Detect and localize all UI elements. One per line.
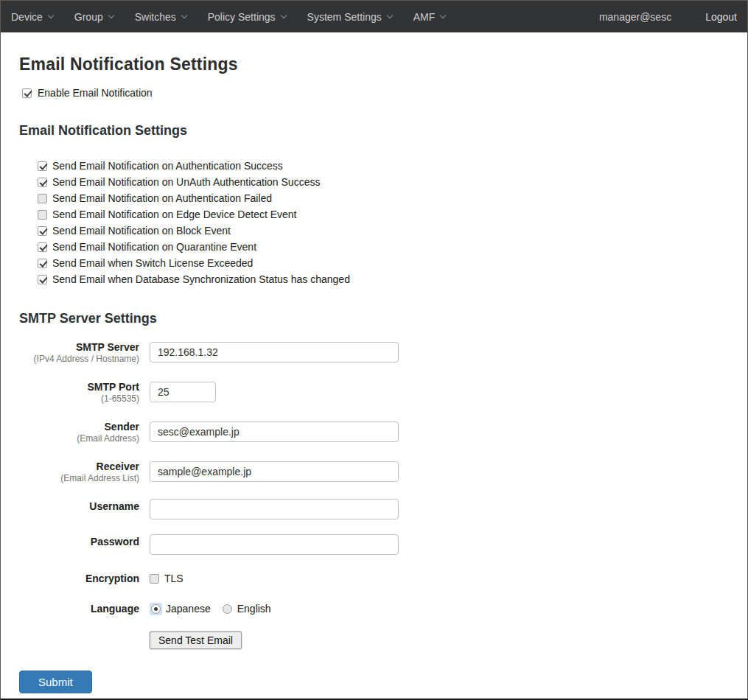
checkbox-label: Send Email Notification on Authenticatio… — [52, 192, 272, 204]
option-auth-success[interactable]: Send Email Notification on Authenticatio… — [38, 158, 729, 174]
submit-button[interactable]: Submit — [19, 671, 92, 693]
page-title: Email Notification Settings — [19, 55, 729, 74]
send-test-email-button[interactable]: Send Test Email — [150, 631, 242, 649]
field-label: Username — [19, 499, 139, 519]
field-sublabel-text: (Email Address List) — [19, 473, 139, 484]
form-row-smtp-server: SMTP Server (IPv4 Address / Hostname) — [19, 340, 729, 365]
field-label: Encryption — [19, 571, 139, 585]
option-auth-failed[interactable]: Send Email Notification on Authenticatio… — [38, 190, 729, 206]
radio-focus-halo — [150, 603, 162, 615]
option-switch-license-exceeded[interactable]: Send Email when Switch License Exceeded — [38, 255, 729, 271]
checkbox[interactable] — [38, 226, 47, 236]
field-label: Password — [19, 534, 139, 555]
field-label-text: SMTP Port — [19, 381, 139, 393]
nav-item-group[interactable]: Group — [74, 11, 113, 23]
nav-item-label: System Settings — [307, 11, 382, 23]
checkbox-label: Send Email when Switch License Exceeded — [52, 257, 253, 269]
nav-menu: Device Group Switches Policy Settings Sy… — [11, 11, 445, 23]
form-row-receiver: Receiver (Email Address List) — [19, 459, 729, 484]
chevron-down-icon — [48, 13, 54, 18]
field-label-text: Receiver — [19, 461, 139, 473]
checkbox-label: Send Email Notification on Quarantine Ev… — [52, 241, 256, 253]
field-label-text: Username — [19, 500, 139, 513]
field-label: SMTP Port (1-65535) — [19, 379, 139, 405]
field-label-text: SMTP Server — [19, 341, 139, 354]
form-row-username: Username — [19, 499, 729, 519]
checkbox-label: Send Email Notification on Authenticatio… — [52, 160, 283, 172]
checkbox[interactable] — [38, 161, 47, 171]
chevron-down-icon — [386, 13, 392, 18]
chevron-down-icon — [181, 13, 187, 18]
tls-checkbox[interactable] — [150, 574, 159, 584]
form-row-password: Password — [19, 534, 729, 555]
nav-item-system-settings[interactable]: System Settings — [307, 11, 392, 23]
option-unauth-auth-success[interactable]: Send Email Notification on UnAuth Authen… — [38, 174, 729, 190]
checkbox-label: Send Email Notification on Edge Device D… — [52, 209, 297, 220]
enable-email-notification-checkbox[interactable] — [22, 88, 32, 98]
english-radio[interactable] — [223, 604, 232, 614]
checkbox-label: Enable Email Notification — [38, 87, 153, 99]
nav-item-switches[interactable]: Switches — [135, 11, 186, 23]
checkbox[interactable] — [38, 194, 47, 203]
nav-item-label: AMF — [413, 11, 436, 23]
checkbox-label: Send Email Notification on UnAuth Authen… — [52, 176, 320, 188]
field-label-text: Sender — [19, 421, 139, 433]
username-input[interactable] — [150, 499, 399, 519]
nav-item-policy-settings[interactable]: Policy Settings — [208, 11, 286, 23]
smtp-port-input[interactable] — [150, 382, 216, 402]
sender-input[interactable] — [150, 421, 399, 442]
checkbox-label: Send Email when Database Synchronization… — [52, 273, 350, 285]
form-row-sender: Sender (Email Address) — [19, 419, 729, 444]
nav-item-amf[interactable]: AMF — [413, 11, 446, 23]
field-label: Receiver (Email Address List) — [19, 459, 139, 484]
notification-options-list: Send Email Notification on Authenticatio… — [38, 158, 729, 287]
form-row-smtp-port: SMTP Port (1-65535) — [19, 379, 729, 405]
smtp-settings-form: SMTP Server (IPv4 Address / Hostname) SM… — [19, 340, 729, 649]
form-row-language: Language Japanese — [19, 601, 729, 615]
field-label-text: Encryption — [19, 573, 139, 585]
field-label: Sender (Email Address) — [19, 419, 139, 444]
nav-item-label: Device — [11, 11, 43, 23]
japanese-radio[interactable] — [151, 604, 161, 614]
logout-link[interactable]: Logout — [705, 11, 737, 23]
checkbox[interactable] — [38, 210, 47, 220]
option-block-event[interactable]: Send Email Notification on Block Event — [38, 223, 729, 239]
field-sublabel-text: (1-65535) — [19, 393, 139, 405]
radio-label: Japanese — [166, 603, 211, 615]
notification-section-heading: Email Notification Settings — [19, 123, 729, 139]
form-row-encryption: Encryption TLS — [19, 571, 729, 585]
form-row-test-email: Send Test Email — [19, 631, 729, 649]
password-input[interactable] — [150, 534, 399, 555]
option-db-sync-status-changed[interactable]: Send Email when Database Synchronization… — [38, 271, 729, 287]
main-content: Email Notification Settings Enable Email… — [1, 32, 747, 693]
tls-option[interactable]: TLS — [150, 573, 183, 584]
language-option-japanese[interactable]: Japanese — [150, 603, 211, 615]
enable-email-notification-option[interactable]: Enable Email Notification — [22, 87, 729, 99]
field-label-text: Language — [19, 603, 139, 615]
nav-item-label: Group — [74, 11, 103, 23]
checkbox-label: TLS — [164, 573, 183, 584]
radio-label: English — [237, 603, 271, 615]
nav-item-label: Switches — [135, 11, 176, 23]
logged-in-user: manager@sesc — [599, 11, 671, 23]
chevron-down-icon — [440, 13, 446, 18]
checkbox[interactable] — [38, 259, 47, 268]
checkbox[interactable] — [38, 242, 47, 252]
checkbox-label: Send Email Notification on Block Event — [52, 225, 231, 237]
page-footer: Allied Telesis AMF Security About Softwa… — [1, 693, 747, 700]
smtp-server-input[interactable] — [150, 342, 399, 363]
option-edge-device-detect[interactable]: Send Email Notification on Edge Device D… — [38, 206, 729, 223]
language-radio-group: Japanese English — [150, 603, 271, 615]
nav-account-area: manager@sesc Logout — [599, 11, 737, 23]
app-window: Device Group Switches Policy Settings Sy… — [0, 0, 748, 700]
nav-item-device[interactable]: Device — [11, 11, 53, 23]
checkbox[interactable] — [38, 275, 47, 284]
smtp-section-heading: SMTP Server Settings — [19, 311, 729, 326]
receiver-input[interactable] — [150, 461, 399, 482]
language-option-english[interactable]: English — [221, 603, 271, 615]
chevron-down-icon — [280, 13, 286, 18]
field-sublabel-text: (Email Address) — [19, 433, 139, 444]
nav-item-label: Policy Settings — [208, 11, 276, 23]
checkbox[interactable] — [38, 178, 47, 187]
option-quarantine-event[interactable]: Send Email Notification on Quarantine Ev… — [38, 239, 729, 255]
